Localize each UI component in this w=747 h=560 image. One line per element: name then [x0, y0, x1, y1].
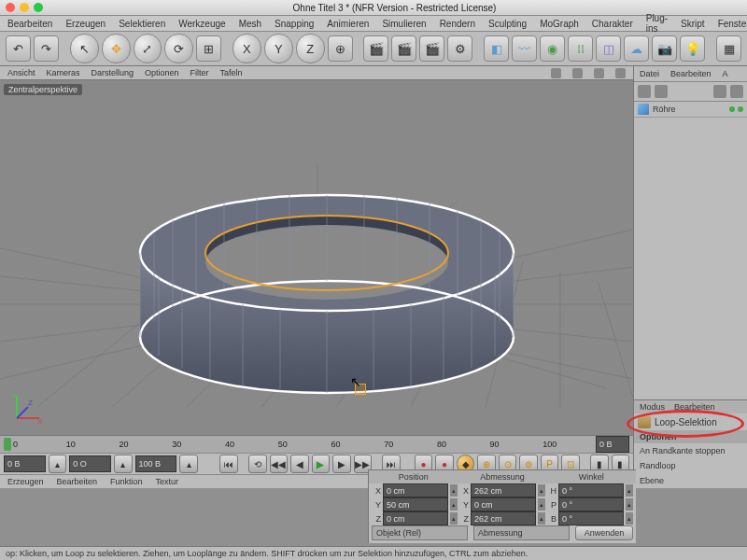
step-back-button[interactable]: ⟲: [248, 455, 267, 473]
primitive-cube[interactable]: ◧: [484, 35, 509, 62]
mm-erzeugen[interactable]: Erzeugen: [7, 477, 44, 486]
ang-h-field[interactable]: 0 °: [558, 483, 624, 497]
coord-type-dropdown[interactable]: Abmessung: [473, 525, 570, 540]
vp-max-icon[interactable]: [615, 68, 626, 78]
render-pv[interactable]: 🎬: [419, 35, 444, 62]
spinner-icon[interactable]: ▴: [626, 498, 633, 511]
spinner-icon[interactable]: ▴: [114, 455, 133, 473]
vm-optionen[interactable]: Optionen: [145, 68, 179, 77]
y-lock[interactable]: Y: [264, 34, 293, 63]
spinner-icon[interactable]: ▴: [450, 512, 458, 525]
move-tool[interactable]: ✥: [102, 34, 131, 63]
layout-icon[interactable]: ▦: [716, 35, 741, 62]
prev-key-button[interactable]: ◀◀: [270, 455, 289, 473]
om-ansicht[interactable]: A: [723, 69, 728, 78]
frame-current-field[interactable]: 0 O: [69, 455, 111, 472]
light[interactable]: 💡: [680, 35, 705, 62]
frame-end-field[interactable]: 100 B: [135, 455, 177, 472]
array[interactable]: ⁞⁞: [568, 35, 593, 62]
x-lock[interactable]: X: [233, 34, 261, 63]
menu-charakter[interactable]: Charakter: [592, 19, 633, 29]
om-eye-icon[interactable]: [713, 85, 726, 98]
vp-rotate-icon[interactable]: [594, 68, 604, 78]
am-bearbeiten[interactable]: Bearbeiten: [674, 402, 715, 412]
menu-skript[interactable]: Skript: [681, 19, 705, 29]
om-search-icon[interactable]: [655, 85, 668, 98]
dim-y-field[interactable]: 0 cm: [471, 497, 536, 511]
minimize-icon[interactable]: [20, 3, 29, 12]
mm-textur[interactable]: Textur: [156, 477, 179, 486]
timeline-ruler[interactable]: 0 10 20 30 40 50 60 70 80 90 100 0 B: [0, 435, 633, 453]
redo-button[interactable]: ↷: [34, 35, 59, 62]
coord-toggle[interactable]: ⊕: [328, 35, 353, 62]
vm-filter[interactable]: Filter: [190, 68, 209, 77]
undo-button[interactable]: ↶: [6, 35, 31, 62]
close-icon[interactable]: [6, 3, 15, 12]
z-lock[interactable]: Z: [296, 34, 325, 63]
select-tool[interactable]: ↖: [70, 34, 99, 63]
ang-b-field[interactable]: 0 °: [558, 511, 624, 525]
vm-darstellung[interactable]: Darstellung: [92, 68, 134, 77]
camera[interactable]: 📷: [652, 35, 677, 62]
spinner-icon[interactable]: ▴: [49, 455, 67, 473]
vm-ansicht[interactable]: Ansicht: [7, 68, 35, 77]
vm-kameras[interactable]: Kameras: [47, 68, 80, 77]
render-settings[interactable]: ⚙: [447, 35, 472, 62]
pos-y-field[interactable]: 50 cm: [383, 497, 448, 511]
nurbs[interactable]: ◉: [540, 35, 565, 62]
vm-tafeln[interactable]: Tafeln: [220, 68, 243, 77]
spinner-icon[interactable]: ▴: [626, 512, 633, 525]
menu-simulieren[interactable]: Simulieren: [382, 19, 426, 29]
goto-start-button[interactable]: ⏮: [219, 455, 238, 473]
spinner-icon[interactable]: ▴: [626, 484, 633, 497]
menu-plugins[interactable]: Plug-ins: [646, 13, 668, 34]
spinner-icon[interactable]: ▴: [450, 498, 458, 511]
playhead-icon[interactable]: [4, 438, 11, 451]
move-handle-icon[interactable]: [355, 384, 366, 395]
zoom-icon[interactable]: [34, 3, 43, 12]
environment[interactable]: ☁: [624, 35, 649, 62]
frame-start-field[interactable]: 0 B: [4, 455, 46, 472]
timeline-end-field[interactable]: 0 B: [596, 436, 629, 453]
object-row-tube[interactable]: Röhre: [634, 102, 747, 118]
om-layer-icon[interactable]: [730, 85, 743, 98]
pos-z-field[interactable]: 0 cm: [383, 511, 448, 525]
apply-button[interactable]: Anwenden: [575, 525, 633, 540]
spinner-icon[interactable]: ▴: [450, 484, 458, 497]
menu-snapping[interactable]: Snapping: [275, 19, 314, 29]
pos-x-field[interactable]: 0 cm: [383, 483, 448, 497]
spinner-icon[interactable]: ▴: [538, 498, 545, 511]
vp-zoom-icon[interactable]: [572, 68, 583, 78]
om-datei[interactable]: Datei: [640, 69, 659, 78]
dim-x-field[interactable]: 262 cm: [471, 483, 536, 497]
render-dot-icon[interactable]: [738, 106, 743, 112]
scale-tool[interactable]: ⤢: [134, 34, 162, 63]
menu-mesh[interactable]: Mesh: [239, 19, 261, 29]
om-bearbeiten[interactable]: Bearbeiten: [670, 69, 712, 78]
3d-viewport[interactable]: Zentralperspektive: [0, 80, 633, 435]
spinner-icon[interactable]: ▴: [179, 455, 198, 473]
visibility-dot-icon[interactable]: [729, 106, 735, 112]
next-frame-button[interactable]: ▶: [332, 455, 351, 473]
loop-tool[interactable]: ⊞: [196, 35, 221, 62]
spinner-icon[interactable]: ▴: [538, 484, 545, 497]
render-region[interactable]: 🎬: [391, 35, 416, 62]
rotate-tool[interactable]: ⟳: [164, 34, 193, 63]
coord-mode-dropdown[interactable]: Objekt (Rel): [372, 525, 468, 540]
menu-erzeugen[interactable]: Erzeugen: [65, 19, 106, 29]
menu-selektieren[interactable]: Selektieren: [119, 19, 165, 29]
spline-pen[interactable]: 〰: [512, 35, 537, 62]
deformer[interactable]: ◫: [596, 35, 621, 62]
prev-frame-button[interactable]: ◀: [290, 455, 309, 473]
options-section-header[interactable]: Optionen: [634, 430, 747, 443]
render-view[interactable]: 🎬: [363, 35, 388, 62]
play-button[interactable]: ▶: [312, 455, 331, 473]
menu-mograph[interactable]: MoGraph: [540, 19, 579, 29]
dim-z-field[interactable]: 262 cm: [471, 511, 536, 525]
menu-rendern[interactable]: Rendern: [440, 19, 475, 29]
mm-bearbeiten[interactable]: Bearbeiten: [57, 477, 98, 486]
om-filter-icon[interactable]: [638, 85, 651, 98]
vp-pan-icon[interactable]: [551, 68, 561, 78]
menu-sculpting[interactable]: Sculpting: [488, 19, 527, 29]
am-modus[interactable]: Modus: [640, 402, 665, 412]
